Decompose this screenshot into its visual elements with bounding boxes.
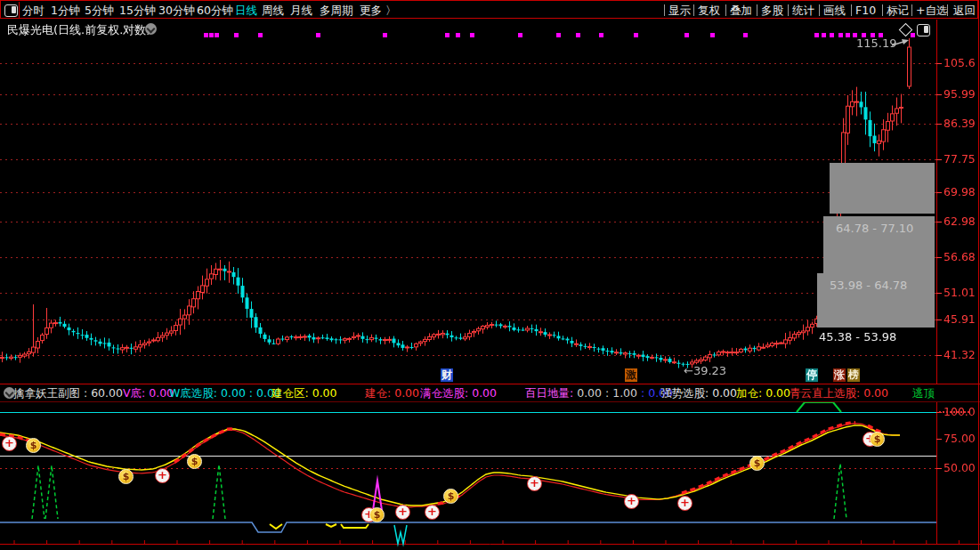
- indicator-header-item-7: 强势选股: 0.00: [660, 386, 737, 401]
- indicator-header-item-10: 逃顶: [912, 386, 935, 401]
- period-toolbar: 分时1分钟5分钟15分钟30分钟60分钟日线周线月线多周期更多 〉 显示复权叠加…: [0, 0, 978, 19]
- price-axis-label: 95.99: [944, 87, 976, 101]
- period-tab-10[interactable]: 更多 〉: [360, 4, 396, 19]
- stock-title: 民爆光电(日线.前复权.对数): [7, 22, 150, 38]
- indicator-axis-tick: [936, 468, 942, 469]
- price-axis-tick: [936, 159, 942, 160]
- toolbar-action-0[interactable]: 显示: [668, 4, 691, 19]
- period-tab-4[interactable]: 30分钟: [158, 4, 195, 19]
- low-price-annotation: ←39.23: [684, 364, 726, 377]
- indicator-axis-tick: [936, 439, 942, 440]
- period-tab-1[interactable]: 1分钟: [51, 4, 80, 19]
- price-axis-label: 45.91: [944, 312, 976, 326]
- signal-dot: [576, 33, 580, 37]
- signal-dot: [634, 33, 638, 37]
- toolbar-action-7[interactable]: 标记: [887, 4, 909, 19]
- indicator-chevron-down-icon[interactable]: [4, 387, 15, 399]
- money-bag-marker-icon: $: [118, 469, 134, 484]
- indicator-axis-label: 75.00: [944, 432, 976, 445]
- period-tab-0[interactable]: 分时: [22, 4, 45, 19]
- signal-dot: [518, 33, 522, 37]
- money-bag-marker-icon: $: [443, 489, 458, 504]
- signal-dot: [209, 33, 214, 37]
- signal-dot: [234, 33, 239, 37]
- price-range-box-0: [830, 163, 935, 214]
- indicator-header-item-6: 百日地量: 0.00 : 1.00 : 0.00: [525, 386, 673, 401]
- panel-split-icon[interactable]: [4, 4, 18, 17]
- price-axis-label: 41.32: [944, 348, 976, 361]
- menu-separator: [882, 4, 883, 16]
- buy-cross-marker-icon: +: [425, 505, 440, 520]
- price-axis-tick: [936, 257, 942, 258]
- indicator-header-item-2: W底选股: 0.00 : 0.00: [169, 386, 281, 401]
- toolbar-action-9[interactable]: 返回: [953, 4, 976, 19]
- period-tab-3[interactable]: 15分钟: [119, 4, 156, 19]
- signal-dot: [316, 33, 320, 37]
- price-range-floor-label: 45.38 - 53.98: [819, 330, 896, 344]
- signal-dot: [822, 33, 826, 37]
- menu-separator: [757, 4, 757, 16]
- toolbar-action-8[interactable]: +自选: [916, 4, 947, 19]
- period-tab-8[interactable]: 月线: [290, 4, 312, 19]
- indicator-header-item-1: V底: 0.00: [123, 386, 174, 401]
- period-tab-9[interactable]: 多周期: [320, 4, 353, 19]
- menu-separator: [725, 4, 726, 16]
- market-badge-0[interactable]: 财: [441, 368, 453, 382]
- menu-separator: [788, 4, 789, 16]
- signal-dot: [743, 33, 748, 37]
- high-price-annotation: 115.19: [856, 36, 897, 50]
- signal-dot: [838, 33, 843, 37]
- price-axis-label: 56.68: [944, 250, 976, 263]
- toolbar-action-1[interactable]: 复权: [698, 4, 720, 19]
- toolbar-action-5[interactable]: 画线: [823, 4, 846, 19]
- signal-dot: [383, 33, 387, 37]
- price-axis-label: 77.75: [944, 152, 976, 166]
- maximize-panel-icon[interactable]: [917, 24, 930, 36]
- buy-cross-marker-icon: +: [527, 476, 542, 491]
- price-axis-tick: [936, 222, 942, 222]
- money-bag-marker-icon: $: [749, 456, 765, 471]
- period-tab-2[interactable]: 5分钟: [85, 4, 114, 19]
- signal-dot: [445, 33, 450, 37]
- money-bag-marker-icon: $: [26, 438, 41, 453]
- signal-dot: [684, 33, 689, 37]
- indicator-header: 擒拿妖王副图 : 60.00V底: 0.00W底选股: 0.00 : 0.00建…: [0, 384, 980, 401]
- indicator-chart-canvas[interactable]: [0, 400, 980, 550]
- trading-app-window: 分时1分钟5分钟15分钟30分钟60分钟日线周线月线多周期更多 〉 显示复权叠加…: [0, 0, 980, 550]
- indicator-header-item-4: 建仓: 0.00: [365, 386, 419, 401]
- signal-dot: [215, 33, 219, 37]
- market-badge-4[interactable]: 榜: [847, 368, 860, 382]
- buy-cross-marker-icon: +: [677, 496, 692, 511]
- title-chevron-down-icon[interactable]: [145, 23, 157, 35]
- toolbar-action-4[interactable]: 统计: [792, 4, 814, 19]
- indicator-divider: [0, 401, 980, 402]
- indicator-axis-dotted-line: [939, 411, 969, 413]
- price-axis-tick: [936, 192, 942, 193]
- signal-dot: [599, 33, 603, 37]
- price-axis-label: 105.6: [944, 56, 976, 69]
- money-bag-marker-icon: $: [870, 432, 885, 447]
- buy-cross-marker-icon: +: [395, 505, 410, 520]
- toolbar-action-3[interactable]: 多股: [761, 4, 783, 19]
- market-badge-2[interactable]: 停: [806, 368, 818, 382]
- signal-dot: [830, 33, 834, 37]
- price-axis-tick: [936, 319, 942, 320]
- indicator-header-item-5: 满仓选股: 0.00: [420, 386, 497, 401]
- indicator-header-item-8: 加仓: 0.00: [736, 386, 790, 401]
- signal-dot: [556, 33, 561, 37]
- toolbar-action-2[interactable]: 叠加: [730, 4, 752, 19]
- price-axis-label: 62.98: [944, 214, 976, 228]
- toolbar-action-6[interactable]: F10: [855, 4, 876, 17]
- price-axis-tick: [936, 293, 942, 294]
- market-badge-3[interactable]: 涨: [833, 368, 846, 382]
- price-range-box-1: 64.78 - 77.10: [823, 216, 935, 273]
- period-tab-7[interactable]: 周线: [262, 4, 284, 19]
- market-badge-1[interactable]: 激: [625, 368, 637, 382]
- buy-cross-marker-icon: +: [624, 494, 639, 509]
- signal-dot: [204, 33, 208, 37]
- money-bag-marker-icon: $: [369, 507, 385, 522]
- price-axis-line: [936, 20, 937, 545]
- period-tab-5[interactable]: 60分钟: [197, 4, 233, 19]
- buy-cross-marker-icon: +: [155, 468, 170, 483]
- period-tab-6[interactable]: 日线: [235, 4, 257, 19]
